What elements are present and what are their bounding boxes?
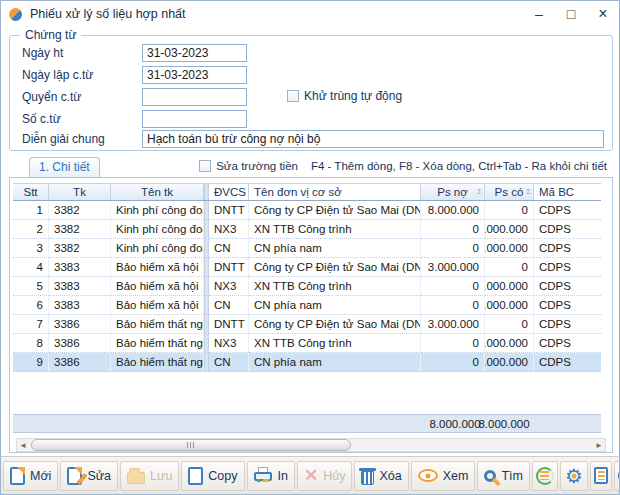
cell-ten-tk[interactable]: Kinh phí công đoàn [111, 220, 204, 239]
cell-stt[interactable]: 6 [13, 296, 49, 315]
voucher-number-input[interactable] [142, 110, 247, 128]
cell-ma-bc[interactable]: CDPS [534, 334, 601, 353]
cell-dvcs[interactable]: NX3 [209, 334, 249, 353]
description-input[interactable] [142, 130, 604, 148]
cell-ps-co[interactable]: 1.000.000 [485, 353, 534, 372]
cell-ten-don-vi[interactable]: CN phía nam [249, 239, 421, 258]
table-row[interactable]: 3 3382 Kinh phí công đoàn CN CN phía nam… [13, 239, 601, 258]
cell-ps-no[interactable]: 0 [421, 296, 485, 315]
cell-ten-tk[interactable]: Bảo hiểm thất nghiệp [111, 315, 204, 334]
new-button[interactable]: Mới [3, 461, 58, 491]
table-row[interactable]: 1 3382 Kinh phí công đoàn DNTT Công ty C… [13, 201, 601, 220]
cell-ten-tk[interactable]: Bảo hiểm xã hội [111, 277, 204, 296]
tab-chi-tiet[interactable]: 1. Chi tiết [29, 157, 100, 177]
cell-ps-no[interactable]: 8.000.000 [421, 201, 485, 220]
cell-dvcs[interactable]: CN [209, 239, 249, 258]
cell-ps-no[interactable]: 0 [421, 220, 485, 239]
cell-tk[interactable]: 3382 [49, 201, 111, 220]
cell-ten-don-vi[interactable]: Công ty CP Điện tử Sao Mai (DNTT) [249, 201, 421, 220]
cell-ten-don-vi[interactable]: CN phía nam [249, 353, 421, 372]
cell-ten-tk[interactable]: Bảo hiểm thất nghiệp [111, 353, 204, 372]
report-button[interactable] [590, 461, 612, 491]
cell-ten-don-vi[interactable]: Công ty CP Điện tử Sao Mai (DNTT) [249, 258, 421, 277]
cell-ps-co[interactable]: 5.000.000 [485, 220, 534, 239]
cell-stt[interactable]: 9 [13, 353, 49, 372]
cell-dvcs[interactable]: NX3 [209, 277, 249, 296]
column-header-ten-don-vi[interactable]: Tên đơn vị cơ sở [249, 183, 421, 200]
sum-icon[interactable]: Σ [477, 187, 482, 196]
cell-ten-don-vi[interactable]: XN TTB Công trình [249, 277, 421, 296]
cell-ten-tk[interactable]: Bảo hiểm xã hội [111, 258, 204, 277]
cell-ma-bc[interactable]: CDPS [534, 296, 601, 315]
edit-button[interactable]: Sửa [60, 461, 118, 491]
table-row[interactable]: 6 3383 Bảo hiểm xã hội CN CN phía nam 0 … [13, 296, 601, 315]
column-header-ps-co[interactable]: Ps cóΣ [485, 183, 534, 200]
cell-ma-bc[interactable]: CDPS [534, 201, 601, 220]
cell-ten-tk[interactable]: Kinh phí công đoàn [111, 239, 204, 258]
cell-dvcs[interactable]: DNTT [209, 258, 249, 277]
book-number-input[interactable] [142, 88, 247, 106]
cell-ten-don-vi[interactable]: Công ty CP Điện tử Sao Mai (DNTT) [249, 315, 421, 334]
posting-date-input[interactable] [142, 44, 247, 62]
cell-tk[interactable]: 3383 [49, 296, 111, 315]
table-row[interactable]: 5 3383 Bảo hiểm xã hội NX3 XN TTB Công t… [13, 277, 601, 296]
scrollbar-track[interactable] [29, 439, 593, 451]
copy-button[interactable]: Copy [181, 461, 244, 491]
table-row[interactable]: 8 3386 Bảo hiểm thất nghiệp NX3 XN TTB C… [13, 334, 601, 353]
cell-ps-co[interactable]: 2.000.000 [485, 334, 534, 353]
cell-stt[interactable]: 1 [13, 201, 49, 220]
cell-ps-co[interactable]: 0 [485, 201, 534, 220]
scrollbar-thumb[interactable] [31, 439, 351, 451]
cell-ps-co[interactable]: 0 [485, 315, 534, 334]
cell-ps-no[interactable]: 0 [421, 239, 485, 258]
cell-ten-tk[interactable]: Bảo hiểm thất nghiệp [111, 334, 204, 353]
cell-ten-tk[interactable]: Bảo hiểm xã hội [111, 296, 204, 315]
report-list-button[interactable] [532, 461, 558, 491]
maximize-button[interactable]: □ [555, 2, 587, 26]
cell-ten-don-vi[interactable]: CN phía nam [249, 296, 421, 315]
cell-tk[interactable]: 3386 [49, 353, 111, 372]
table-row[interactable]: 4 3383 Bảo hiểm xã hội DNTT Công ty CP Đ… [13, 258, 601, 277]
cell-stt[interactable]: 4 [13, 258, 49, 277]
cell-tk[interactable]: 3386 [49, 315, 111, 334]
column-header-stt[interactable]: Stt [13, 183, 49, 200]
column-header-ma-bc[interactable]: Mã BC [534, 183, 601, 200]
table-row[interactable]: 9 3386 Bảo hiểm thất nghiệp CN CN phía n… [13, 353, 601, 372]
cancel-button[interactable]: ✕Hủy [297, 461, 352, 491]
cell-dvcs[interactable]: DNTT [209, 315, 249, 334]
cell-stt[interactable]: 3 [13, 239, 49, 258]
cell-ma-bc[interactable]: CDPS [534, 239, 601, 258]
column-header-dvcs[interactable]: ĐVCS [209, 183, 249, 200]
cell-ps-no[interactable]: 0 [421, 353, 485, 372]
nav-first-button[interactable]: ◀ [614, 461, 620, 491]
cell-stt[interactable]: 8 [13, 334, 49, 353]
cell-stt[interactable]: 7 [13, 315, 49, 334]
cell-tk[interactable]: 3383 [49, 258, 111, 277]
print-button[interactable]: In [247, 461, 295, 491]
cell-ps-no[interactable]: 3.000.000 [421, 258, 485, 277]
cell-tk[interactable]: 3386 [49, 334, 111, 353]
close-button[interactable]: × [587, 2, 619, 26]
edit-money-checkbox[interactable] [199, 160, 211, 172]
cell-ps-no[interactable]: 0 [421, 277, 485, 296]
scroll-left-arrow[interactable]: ◄ [17, 439, 29, 451]
cell-ps-co[interactable]: 2.000.000 [485, 277, 534, 296]
delete-button[interactable]: Xóa [354, 461, 408, 491]
cell-ma-bc[interactable]: CDPS [534, 258, 601, 277]
dedupe-checkbox[interactable] [287, 90, 299, 102]
column-header-ten-tk[interactable]: Tên tk [111, 183, 204, 200]
cell-ten-don-vi[interactable]: XN TTB Công trình [249, 220, 421, 239]
cell-tk[interactable]: 3382 [49, 239, 111, 258]
cell-dvcs[interactable]: DNTT [209, 201, 249, 220]
cell-ps-co[interactable]: 3.000.000 [485, 239, 534, 258]
cell-stt[interactable]: 2 [13, 220, 49, 239]
scroll-right-arrow[interactable]: ► [593, 439, 605, 451]
table-row[interactable]: 7 3386 Bảo hiểm thất nghiệp DNTT Công ty… [13, 315, 601, 334]
cell-tk[interactable]: 3382 [49, 220, 111, 239]
settings-button[interactable]: ⚙ [560, 461, 588, 491]
sum-icon[interactable]: Σ [526, 187, 531, 196]
find-button[interactable]: Tìm [477, 461, 530, 491]
cell-ps-co[interactable]: 0 [485, 258, 534, 277]
cell-ma-bc[interactable]: CDPS [534, 353, 601, 372]
column-header-ps-no[interactable]: Ps nợΣ [421, 183, 485, 200]
